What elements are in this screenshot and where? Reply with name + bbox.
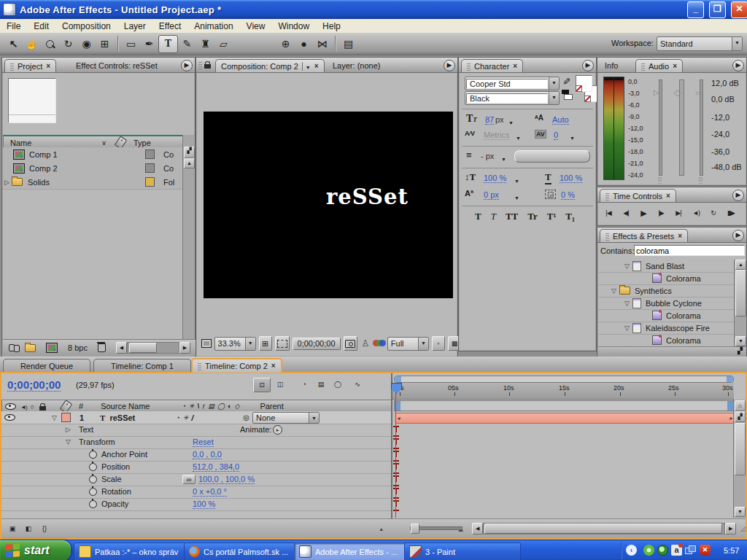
panel-menu-icon[interactable]: ▶ (732, 190, 744, 201)
stopwatch-icon[interactable] (89, 500, 97, 508)
mask-shape-tool[interactable]: ▭ (122, 36, 140, 52)
camera-tool[interactable]: ◉ (77, 36, 96, 52)
twirl-open-icon[interactable]: ▽ (66, 438, 71, 446)
comp-mini-flowchart-icon[interactable]: ▞ (735, 411, 746, 422)
layer-duration-bar[interactable]: ◂ ▸ (395, 413, 734, 424)
network-icon[interactable] (685, 545, 695, 554)
vertical-scale-value[interactable]: 100 % (484, 174, 506, 183)
tree-row-colorama-3[interactable]: Colorama (598, 334, 734, 347)
lock-column-icon[interactable] (39, 406, 46, 411)
opacity-row[interactable]: Opacity 100 % (1, 498, 391, 511)
preview-timecode-button[interactable]: 0;00;00;00 (293, 338, 341, 350)
next-frame-button[interactable]: |▶ (653, 206, 669, 219)
property-value[interactable]: 100 % (193, 499, 215, 509)
close-icon[interactable]: × (46, 63, 50, 70)
right-slider-value[interactable]: 0 (699, 176, 703, 184)
eye-column-icon[interactable] (5, 403, 16, 410)
twirl-open-icon[interactable]: ▽ (624, 262, 630, 270)
left-slider-handle[interactable]: ▷ (654, 88, 659, 96)
project-row-comp1[interactable]: Comp 1 Co (3, 147, 182, 162)
parent-dropdown[interactable]: None (252, 412, 320, 424)
item-name[interactable]: Comp 2 (29, 164, 58, 173)
sort-chevron-icon[interactable]: ∨ (101, 139, 107, 147)
timeline-hscrollbar[interactable]: ◀ ▶ (472, 523, 736, 534)
region-of-interest-icon[interactable] (275, 336, 290, 351)
security-shield-icon[interactable]: ✕ (700, 545, 711, 556)
magnification-dropdown[interactable]: 33.3% (214, 337, 256, 351)
close-icon[interactable]: × (513, 63, 517, 70)
layer-collapse-icon[interactable]: ✳ (183, 414, 189, 421)
close-icon[interactable]: × (666, 192, 670, 200)
master-slider-handle[interactable]: ◇ (674, 88, 681, 98)
close-icon[interactable]: × (271, 362, 276, 370)
panel-menu-icon[interactable]: ▶ (732, 230, 744, 241)
column-type[interactable]: Type (133, 139, 151, 147)
tracking-chevron-icon[interactable] (570, 133, 575, 141)
panel-menu-icon[interactable]: ▶ (582, 60, 594, 71)
column-source-name[interactable]: Source Name (101, 402, 150, 411)
composition-viewer[interactable]: reSSet (204, 112, 453, 298)
group-label[interactable]: Text (79, 425, 93, 434)
taskbar-item-firefox[interactable]: Cs portál Palmsoft.sk ... (184, 542, 301, 560)
work-area-bar[interactable] (394, 400, 734, 411)
property-label[interactable]: Opacity (101, 499, 128, 508)
column-index[interactable]: # (79, 402, 83, 411)
property-value[interactable]: 100,0 , 100,0 % (198, 475, 255, 484)
right-slider-handle[interactable]: ▭ (695, 89, 702, 96)
solo-column-icon[interactable] (31, 402, 34, 411)
font-family-dropdown[interactable]: Cooper Std (465, 77, 560, 90)
property-label[interactable]: Position (101, 462, 130, 471)
shy-icon[interactable]: ◔ (182, 402, 185, 410)
motion-blur-col-icon[interactable]: ◯ (217, 402, 225, 410)
new-folder-icon[interactable] (25, 344, 36, 352)
resize-grip-icon[interactable]: ◿ (740, 525, 746, 532)
tree-row-bubble-cyclone[interactable]: ▽ Bubble Cyclone (598, 297, 734, 310)
move-axis-tool[interactable]: ⊕ (276, 36, 295, 52)
project-vscrollbar[interactable]: ▞ ▲ (182, 135, 194, 339)
stopwatch-icon[interactable] (89, 475, 97, 483)
scale-row[interactable]: Scale 100,0 , 100,0 % (1, 473, 391, 486)
tab-render-queue[interactable]: Render Queue (3, 359, 90, 372)
timeline-zoom-slider[interactable] (410, 526, 462, 530)
tray-collapse-icon[interactable]: ‹ (626, 545, 637, 556)
frame-blend-col-icon[interactable]: ▤ (208, 402, 214, 410)
panel-menu-icon[interactable]: ▶ (732, 60, 744, 71)
hand-tool[interactable]: ☝ (23, 36, 41, 52)
last-frame-button[interactable]: ▶| (670, 206, 686, 219)
tab-timeline-comp2[interactable]: Timeline: Comp 2 × (191, 358, 282, 373)
menu-window[interactable]: Window (271, 20, 316, 33)
minimize-button[interactable]: _ (687, 1, 704, 18)
small-caps-button[interactable]: Tr (527, 211, 537, 222)
tree-row-colorama-1[interactable]: Colorama (598, 272, 734, 285)
subscript-button[interactable]: T₁ (565, 211, 575, 222)
new-composition-icon[interactable] (46, 343, 58, 353)
comp-marker-icon[interactable]: ⌂ (735, 400, 746, 411)
trash-icon[interactable] (98, 343, 106, 352)
layer-twirl-icon[interactable]: ▽ (52, 414, 57, 421)
property-label[interactable]: Rotation (101, 487, 131, 496)
reset-link[interactable]: Reset (193, 438, 214, 447)
hide-shy-icon[interactable]: ◔ (296, 378, 312, 391)
chevron-down-icon[interactable] (302, 62, 311, 71)
scroll-right-icon[interactable]: ▶ (725, 523, 736, 534)
menu-file[interactable]: File (0, 20, 27, 33)
tab-audio[interactable]: Audio × (635, 59, 683, 72)
scroll-up-icon[interactable]: ▲ (184, 158, 195, 168)
flowchart-button[interactable]: ▞ (184, 147, 195, 158)
find-icon[interactable] (9, 344, 15, 351)
tree-item-label[interactable]: Synthetics (635, 287, 672, 295)
close-icon[interactable]: × (678, 233, 682, 240)
left-slider-value[interactable]: 0 (658, 176, 662, 184)
always-preview-icon[interactable] (201, 339, 212, 348)
tab-effects-presets[interactable]: Effects & Presets × (600, 229, 688, 242)
timeline-vscrollbar[interactable]: ⌂ ▞ ▼ (733, 400, 746, 518)
font-style-dropdown[interactable]: Black (465, 91, 560, 105)
safe-zones-icon[interactable]: ⊞ (259, 336, 272, 351)
label-color-swatch[interactable] (145, 163, 155, 173)
twirl-closed-icon[interactable]: ▷ (66, 426, 71, 433)
tab-layer-none[interactable]: Layer: (none) (328, 59, 385, 71)
superscript-button[interactable]: T¹ (547, 211, 557, 222)
baseline-shift-chevron-icon[interactable] (514, 192, 519, 201)
project-hscrollbar[interactable]: ◀ ▶ (116, 342, 190, 354)
zoom-out-mountain-icon[interactable]: ▲ (379, 526, 384, 532)
